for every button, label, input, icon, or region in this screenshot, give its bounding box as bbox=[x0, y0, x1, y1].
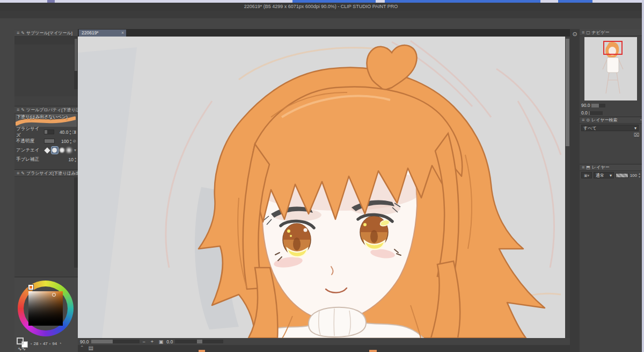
antialias-none[interactable] bbox=[44, 147, 51, 154]
chevron-down-icon: ▾ bbox=[634, 125, 636, 131]
zoom-in-icon[interactable]: ＋ bbox=[149, 338, 156, 345]
navigator-zoom-slider[interactable] bbox=[591, 104, 605, 107]
brush-size-header[interactable]: ≡ ✎ ブラシサイズ[下塗りほみ出さ bbox=[14, 170, 78, 177]
color-mode-icon[interactable]: ◔ bbox=[58, 341, 61, 346]
hue-icon: ▪ bbox=[31, 342, 32, 346]
panel-menu-icon[interactable]: ≡ bbox=[17, 170, 19, 177]
stepper[interactable]: ▴▾ bbox=[639, 172, 640, 178]
size-grid-scrollbar[interactable] bbox=[74, 177, 78, 268]
sv-marker[interactable] bbox=[52, 293, 56, 297]
canvas-viewport[interactable] bbox=[78, 37, 565, 338]
document-tab-label: 220619* bbox=[82, 30, 99, 35]
trash-icon[interactable]: ⌧ bbox=[634, 132, 639, 138]
transparent-color-icon[interactable]: ∿∿ bbox=[18, 346, 26, 351]
layer-icon-row-2 bbox=[580, 186, 642, 193]
layer-search-header[interactable]: ≡ ⊙ レイヤー検索 ◔ bbox=[580, 117, 642, 124]
panel-menu-icon[interactable]: ≡ bbox=[17, 106, 19, 113]
antialias-strong[interactable] bbox=[66, 147, 73, 154]
window-title: 220619* (B5 4299 x 6071px 600dpi 90.0%) … bbox=[244, 4, 398, 9]
layer-thumbnail-dropdown[interactable]: ▣▾ bbox=[581, 172, 592, 178]
canvas-vertical-scrollbar[interactable] bbox=[565, 37, 570, 338]
layer-filter-dropdown[interactable]: すべて ▾ bbox=[581, 125, 639, 131]
tool-property-palette: ≡ ✎ ツールプロパティ[下塗りほか 下塗り(はみ出さないペン) ブラシサイズ … bbox=[14, 106, 78, 169]
layer-search-filter-row: すべて ▾ bbox=[580, 124, 642, 132]
navigator-title: ナビゲー bbox=[592, 29, 610, 36]
hsv-readout: ▪ 28 ▪ 47 ▪ 94 ◔ bbox=[31, 341, 62, 346]
layer-search-header-icon[interactable]: ◔ bbox=[639, 117, 642, 124]
zoom-out-icon[interactable]: − bbox=[142, 339, 147, 344]
taskbar-peek bbox=[369, 350, 377, 352]
panel-menu-icon[interactable]: ≡ bbox=[582, 117, 584, 124]
saturation-value-box[interactable] bbox=[28, 291, 63, 326]
layer-opacity-value[interactable]: 100 bbox=[630, 173, 637, 178]
opacity-value[interactable]: 100 bbox=[56, 139, 69, 144]
brush-list bbox=[14, 45, 78, 96]
panel-menu-icon[interactable]: ≡ bbox=[17, 30, 19, 37]
tool-property-header[interactable]: ≡ ✎ ツールプロパティ[下塗りほか bbox=[14, 106, 78, 113]
fit-screen-icon[interactable]: ▣ bbox=[158, 339, 165, 344]
value-icon: ▪ bbox=[49, 342, 50, 346]
document-tab-bar: 220619* × bbox=[78, 29, 570, 37]
dynamics-icon[interactable]: ⊘ bbox=[72, 139, 76, 143]
document-tab[interactable]: 220619* × bbox=[79, 30, 126, 37]
subtool-title: サブツール[マイツール] bbox=[26, 30, 72, 37]
foreground-color-swatch[interactable] bbox=[17, 337, 24, 344]
layer-opacity-slider[interactable] bbox=[616, 173, 628, 178]
layer-panel-header[interactable]: ≡ ⬒ レイヤー bbox=[580, 164, 642, 171]
collapse-chevron-icon[interactable]: ⌃ bbox=[80, 345, 84, 352]
navigator-zoom-value[interactable]: 90.0 bbox=[581, 103, 590, 108]
canvas-area: 220619* × bbox=[78, 29, 570, 352]
palette-dock-strip: ⊙ bbox=[570, 29, 580, 352]
screen: 220619* (B5 4299 x 6071px 600dpi 90.0%) … bbox=[0, 0, 644, 352]
stepper[interactable]: ▴▾ bbox=[75, 156, 76, 163]
navigator-rotation-value[interactable]: 0.0 bbox=[581, 110, 588, 116]
hue-value: 28 bbox=[33, 341, 38, 346]
stepper[interactable]: ▴▾ bbox=[70, 138, 71, 145]
canvas-zoom-slider[interactable] bbox=[91, 340, 140, 343]
opacity-slider[interactable] bbox=[44, 139, 55, 143]
quick-access-icon[interactable]: ⊙ bbox=[570, 31, 580, 38]
panel-menu-icon[interactable]: ≡ bbox=[582, 164, 584, 171]
subtool-header[interactable]: ≡ ✎ サブツール[マイツール] bbox=[14, 30, 78, 37]
color-wheel-palette: ∿∿ ▪ 28 ▪ 47 ▪ 94 ◔ bbox=[14, 277, 78, 352]
pen-icon: ✎ bbox=[21, 106, 25, 113]
blend-mode-dropdown[interactable]: 通常 ▾ bbox=[594, 172, 614, 178]
layer-search-title: レイヤー検索 bbox=[591, 117, 618, 124]
right-panel-column: ≡ ▢ ナビゲー 90.0 bbox=[580, 29, 642, 352]
stepper[interactable]: ▴▾ bbox=[69, 129, 71, 135]
search-icon: ⊙ bbox=[586, 117, 590, 124]
canvas-zoom-value[interactable]: 90.0 bbox=[80, 339, 89, 344]
navigator-icon: ▢ bbox=[586, 29, 590, 36]
navigator-header[interactable]: ≡ ▢ ナビゲー bbox=[580, 29, 642, 36]
canvas-rotation-value[interactable]: 0.0 bbox=[166, 339, 173, 344]
antialias-row: アンチエイ ▾ bbox=[14, 146, 78, 155]
panel-menu-icon[interactable]: ≡ bbox=[582, 29, 584, 36]
dynamics-icon[interactable]: ◨ bbox=[72, 130, 76, 134]
workspace-icon[interactable]: ▤ bbox=[89, 345, 93, 352]
antialias-middle[interactable] bbox=[58, 147, 65, 154]
navigator-thumbnail[interactable] bbox=[584, 37, 637, 100]
brush-size-value[interactable]: 40.0 bbox=[55, 130, 68, 135]
brush-list-scrollbar[interactable] bbox=[74, 38, 78, 89]
title-bar[interactable]: 220619* (B5 4299 x 6071px 600dpi 90.0%) … bbox=[0, 3, 642, 11]
opacity-row: 不透明度 100 ▴▾ ⊘ bbox=[14, 137, 78, 146]
canvas-zoom-bar: 90.0 − ＋ ▣ 0.0 bbox=[78, 338, 570, 345]
pen-icon: ✎ bbox=[21, 170, 25, 177]
brush-size-slider[interactable] bbox=[44, 130, 54, 134]
layer-search-trash-row: ⌧ bbox=[580, 132, 642, 139]
antialias-label: アンチエイ bbox=[16, 147, 44, 154]
layer-filter-value: すべて bbox=[583, 125, 597, 131]
chevron-down-icon[interactable]: ▾ bbox=[74, 148, 76, 153]
antialias-weak[interactable] bbox=[52, 147, 58, 154]
layers-icon: ⬒ bbox=[586, 164, 590, 171]
stabilization-label: 手ブレ補正 bbox=[16, 156, 61, 163]
opacity-label: 不透明度 bbox=[16, 138, 44, 145]
close-icon[interactable]: × bbox=[121, 30, 124, 37]
brush-preview-name: 下塗り(はみ出さないペン) bbox=[17, 114, 68, 120]
brush-preview[interactable]: 下塗り(はみ出さないペン) bbox=[16, 114, 77, 127]
stabilization-value[interactable]: 10 bbox=[61, 157, 74, 162]
navigator-rotation-slider[interactable] bbox=[589, 111, 603, 115]
hue-marker[interactable] bbox=[28, 285, 33, 290]
canvas-rotation-slider[interactable] bbox=[175, 340, 223, 343]
status-bar: ⌃ ▤ bbox=[78, 345, 570, 352]
